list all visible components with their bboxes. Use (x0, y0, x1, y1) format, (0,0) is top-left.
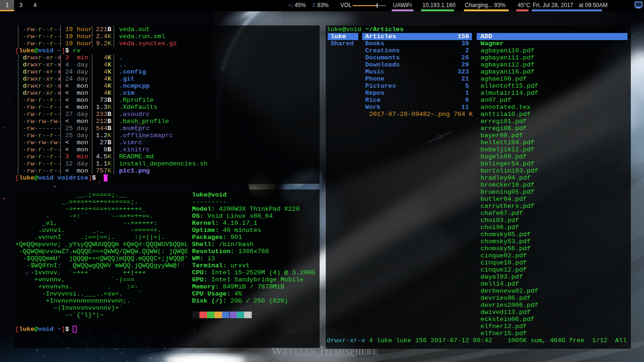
svg-text:GUCKEN.DEVIANTART.COM: GUCKEN.DEVIANTART.COM (296, 354, 355, 358)
